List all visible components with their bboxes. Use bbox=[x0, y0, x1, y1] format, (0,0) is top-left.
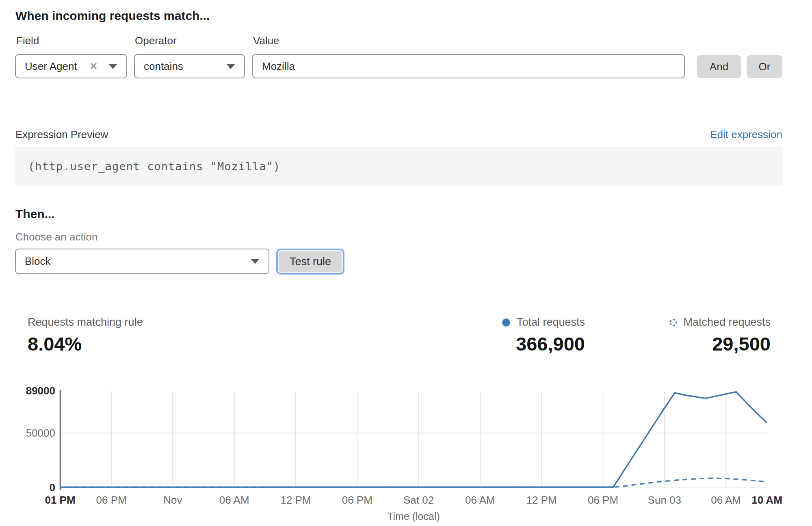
expression-preview-label: Expression Preview bbox=[15, 128, 108, 141]
x-tick-label: Nov bbox=[163, 494, 182, 506]
expression-code: (http.user_agent contains "Mozilla") bbox=[15, 160, 280, 173]
firewall-rule-builder: When incoming requests match... Field Op… bbox=[0, 0, 812, 526]
total-requests-stat: Total requests 366,900 bbox=[502, 316, 585, 355]
x-tick-label: 06 AM bbox=[465, 494, 495, 506]
x-tick-label: 12 PM bbox=[280, 494, 311, 506]
clear-field-icon[interactable]: ✕ bbox=[89, 61, 98, 71]
x-tick-label: 01 PM bbox=[45, 494, 75, 506]
x-tick-label: Sat 02 bbox=[403, 494, 434, 506]
or-button[interactable]: Or bbox=[747, 55, 782, 78]
total-requests-value: 366,900 bbox=[502, 333, 585, 355]
operator-select-value: contains bbox=[144, 60, 183, 73]
choose-action-label: Choose an action bbox=[15, 231, 97, 243]
matched-requests-legend-icon bbox=[669, 319, 677, 326]
edit-expression-link[interactable]: Edit expression bbox=[710, 128, 782, 141]
total-requests-legend-icon bbox=[502, 318, 510, 327]
matched-requests-stat: Matched requests 29,500 bbox=[669, 316, 771, 355]
match-section-title: When incoming requests match... bbox=[15, 9, 210, 23]
chevron-down-icon bbox=[108, 64, 117, 69]
y-tick-label: 0 bbox=[50, 481, 55, 494]
chevron-down-icon bbox=[251, 259, 260, 264]
requests-chart-svg: 0500008900001 PM06 PMNov06 AM12 PM06 PMS… bbox=[0, 378, 812, 526]
x-tick-label: 06 PM bbox=[342, 494, 372, 506]
field-select[interactable]: User Agent ✕ bbox=[15, 54, 127, 78]
field-label: Field bbox=[16, 35, 39, 47]
x-tick-label: 12 PM bbox=[526, 494, 557, 506]
operator-select[interactable]: contains bbox=[134, 54, 245, 78]
value-input[interactable] bbox=[252, 54, 685, 78]
x-tick-label: 06 AM bbox=[219, 494, 249, 506]
requests-chart: 0500008900001 PM06 PMNov06 AM12 PM06 PMS… bbox=[0, 378, 812, 526]
x-tick-label: 06 PM bbox=[588, 494, 618, 506]
action-select-value: Block bbox=[25, 255, 51, 268]
x-tick-label: 06 PM bbox=[96, 494, 127, 506]
x-axis-title: Time (local) bbox=[387, 511, 440, 522]
then-section-title: Then... bbox=[15, 207, 55, 221]
chart-line-total bbox=[60, 392, 767, 487]
total-requests-label: Total requests bbox=[517, 316, 585, 329]
test-rule-button[interactable]: Test rule bbox=[278, 250, 343, 273]
matched-requests-label: Matched requests bbox=[683, 316, 771, 329]
matching-rule-value: 8.04% bbox=[28, 333, 143, 355]
field-select-value: User Agent bbox=[25, 60, 77, 73]
matching-rule-stat: Requests matching rule 8.04% bbox=[28, 316, 143, 355]
x-tick-label: Sun 03 bbox=[648, 494, 681, 506]
operator-label: Operator bbox=[135, 35, 177, 47]
x-tick-label: 10 AM bbox=[751, 494, 782, 506]
chevron-down-icon bbox=[226, 64, 235, 69]
action-select[interactable]: Block bbox=[15, 249, 269, 274]
y-tick-label: 50000 bbox=[26, 427, 55, 439]
matched-requests-value: 29,500 bbox=[669, 333, 771, 355]
matching-rule-label: Requests matching rule bbox=[28, 316, 143, 329]
x-tick-label: 06 AM bbox=[711, 494, 741, 506]
expression-code-box: (http.user_agent contains "Mozilla") bbox=[15, 147, 783, 186]
value-label: Value bbox=[253, 35, 279, 47]
chart-line-matched bbox=[60, 478, 767, 487]
and-button[interactable]: And bbox=[697, 55, 741, 78]
y-tick-label: 89000 bbox=[26, 385, 55, 397]
